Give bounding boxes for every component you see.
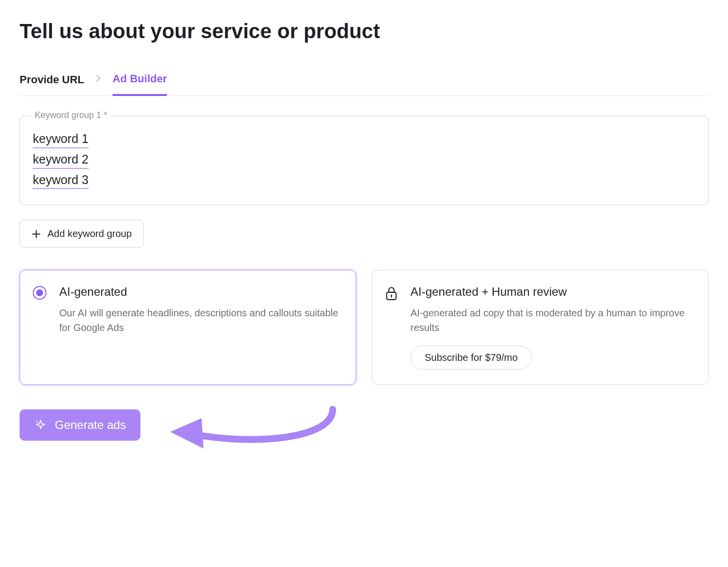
- arrow-annotation-icon: [157, 400, 342, 458]
- keyword-line: keyword 2: [33, 151, 89, 169]
- tab-ad-builder[interactable]: Ad Builder: [113, 72, 167, 96]
- generate-ads-label: Generate ads: [55, 418, 126, 432]
- generation-options: AI-generated Our AI will generate headli…: [20, 270, 708, 385]
- lock-icon: [385, 286, 398, 301]
- sparkle-icon: [34, 419, 47, 431]
- radio-selected-icon: [33, 286, 46, 300]
- tab-provide-url[interactable]: Provide URL: [20, 73, 84, 95]
- svg-marker-5: [170, 418, 204, 449]
- page-title: Tell us about your service or product: [20, 20, 708, 43]
- option-ai-generated[interactable]: AI-generated Our AI will generate headli…: [20, 270, 356, 385]
- option-human-review[interactable]: AI-generated + Human review AI-generated…: [372, 270, 708, 385]
- subscribe-button[interactable]: Subscribe for $79/mo: [410, 346, 532, 370]
- option-ai-title: AI-generated: [59, 285, 343, 299]
- add-keyword-group-label: Add keyword group: [47, 228, 132, 239]
- tabs-bar: Provide URL Ad Builder: [20, 72, 708, 96]
- option-human-title: AI-generated + Human review: [410, 285, 695, 299]
- keyword-group-fieldset[interactable]: Keyword group 1 * keyword 1 keyword 2 ke…: [20, 116, 708, 205]
- keyword-line: keyword 3: [33, 172, 89, 189]
- keyword-group-legend: Keyword group 1 *: [31, 110, 111, 120]
- chevron-right-icon: [96, 74, 101, 94]
- plus-icon: [32, 230, 41, 238]
- option-ai-description: Our AI will generate headlines, descript…: [59, 306, 343, 335]
- keyword-line: keyword 1: [33, 131, 89, 148]
- add-keyword-group-button[interactable]: Add keyword group: [20, 220, 144, 248]
- option-human-description: AI-generated ad copy that is moderated b…: [410, 306, 695, 335]
- generate-ads-button[interactable]: Generate ads: [20, 409, 140, 441]
